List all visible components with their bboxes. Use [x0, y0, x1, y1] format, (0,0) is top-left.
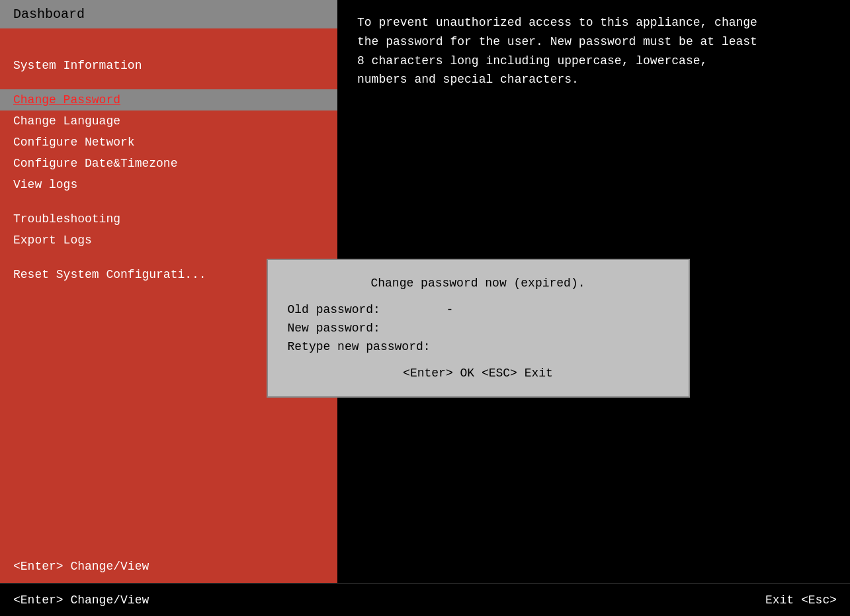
sidebar-header: Dashboard: [0, 0, 337, 28]
sidebar-footer-label: <Enter> Change/View: [13, 560, 149, 573]
sidebar-footer: <Enter> Change/View: [0, 550, 337, 583]
sidebar-item-configure-network[interactable]: Configure Network: [0, 132, 337, 153]
description-text: To prevent unauthorized access to this a…: [357, 13, 830, 89]
dialog-field-2: Retype new password:: [288, 340, 669, 353]
dialog-field-0: Old password:-: [288, 303, 669, 316]
sidebar-item-change-language[interactable]: Change Language: [0, 110, 337, 132]
sidebar-item-troubleshooting[interactable]: Troubleshooting: [0, 208, 337, 230]
change-password-dialog[interactable]: Change password now (expired). Old passw…: [267, 259, 690, 398]
menu-spacer: [0, 42, 337, 55]
menu-spacer: [0, 195, 337, 208]
sidebar-item-system-information[interactable]: System Information: [0, 55, 337, 76]
field-label-2: Retype new password:: [288, 340, 446, 353]
bottom-bar-right: Exit <Esc>: [765, 594, 837, 607]
sidebar-item-change-password[interactable]: Change Password: [0, 89, 337, 110]
sidebar-item-configure-date-timezone[interactable]: Configure Date&Timezone: [0, 153, 337, 174]
bottom-bar: <Enter> Change/View Exit <Esc>: [0, 583, 850, 616]
dialog-title: Change password now (expired).: [288, 277, 669, 290]
field-value-0[interactable]: -: [446, 303, 454, 316]
bottom-bar-left: <Enter> Change/View: [13, 594, 149, 607]
menu-spacer: [0, 76, 337, 89]
sidebar-item-view-logs[interactable]: View logs: [0, 174, 337, 195]
field-label-1: New password:: [288, 322, 446, 335]
field-label-0: Old password:: [288, 303, 446, 316]
dialog-buttons[interactable]: <Enter> OK <ESC> Exit: [288, 367, 669, 380]
sidebar-item-export-logs[interactable]: Export Logs: [0, 230, 337, 251]
dialog-field-1: New password:: [288, 322, 669, 335]
dialog-fields: Old password:-New password:Retype new pa…: [288, 303, 669, 353]
